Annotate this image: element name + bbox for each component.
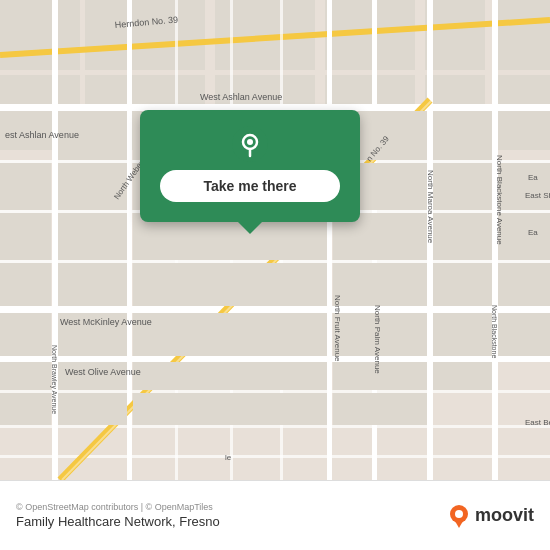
location-tooltip: Take me there [140, 110, 360, 222]
svg-rect-1 [0, 0, 80, 70]
svg-text:East Bel: East Bel [525, 418, 550, 427]
svg-rect-64 [133, 362, 327, 390]
svg-point-94 [455, 510, 463, 518]
svg-rect-56 [0, 313, 51, 356]
moovit-logo: moovit [447, 504, 534, 528]
svg-rect-16 [0, 356, 550, 362]
svg-text:North Palm Avenue: North Palm Avenue [373, 305, 382, 374]
map-attribution: © OpenStreetMap contributors | © OpenMap… [16, 502, 437, 512]
moovit-pin-icon [447, 504, 471, 528]
svg-rect-50 [0, 263, 51, 306]
svg-rect-42 [433, 163, 492, 210]
svg-rect-21 [0, 425, 550, 428]
svg-rect-68 [58, 393, 127, 425]
svg-rect-55 [498, 263, 550, 306]
bottom-bar: © OpenStreetMap contributors | © OpenMap… [0, 480, 550, 550]
svg-text:West McKinley Avenue: West McKinley Avenue [60, 317, 152, 327]
location-title: Family Healthcare Network, Fresno [16, 514, 437, 529]
svg-rect-6 [495, 0, 550, 70]
svg-text:North Blackstone: North Blackstone [491, 305, 498, 358]
svg-rect-20 [0, 390, 550, 393]
svg-rect-37 [433, 111, 492, 160]
take-me-there-button[interactable]: Take me there [160, 170, 340, 202]
svg-rect-60 [433, 313, 492, 356]
moovit-label: moovit [475, 505, 534, 526]
svg-rect-69 [133, 393, 327, 425]
svg-rect-61 [498, 313, 550, 356]
svg-text:Ea: Ea [528, 228, 538, 237]
svg-text:est Ashlan Avenue: est Ashlan Avenue [5, 130, 79, 140]
svg-rect-70 [333, 393, 427, 425]
svg-rect-52 [133, 263, 327, 306]
svg-text:North Brawley Avenue: North Brawley Avenue [50, 345, 58, 414]
svg-rect-62 [0, 362, 51, 390]
svg-rect-25 [327, 0, 332, 480]
svg-rect-15 [0, 306, 550, 313]
svg-rect-67 [0, 393, 51, 425]
svg-text:East Sh: East Sh [525, 191, 550, 200]
svg-rect-48 [433, 213, 492, 260]
svg-rect-12 [495, 75, 550, 150]
svg-text:West Ashlan Avenue: West Ashlan Avenue [200, 92, 282, 102]
svg-text:North Maroa Avenue: North Maroa Avenue [426, 170, 435, 244]
svg-text:North Blackstone Avenue: North Blackstone Avenue [495, 155, 504, 245]
svg-rect-5 [425, 0, 485, 70]
location-pin-icon [232, 126, 268, 162]
svg-rect-44 [0, 213, 51, 260]
svg-rect-38 [0, 163, 51, 210]
svg-text:Ea: Ea [528, 173, 538, 182]
svg-marker-95 [455, 521, 463, 528]
map-container: Herndon No. 39 West Ashlan Avenue est As… [0, 0, 550, 480]
svg-rect-45 [58, 213, 127, 260]
svg-rect-53 [333, 263, 427, 306]
svg-point-91 [247, 139, 253, 145]
svg-rect-2 [85, 0, 205, 70]
svg-text:North Fruit Avenue: North Fruit Avenue [333, 295, 342, 362]
svg-rect-49 [498, 213, 550, 260]
svg-text:West Olive Avenue: West Olive Avenue [65, 367, 141, 377]
svg-rect-66 [433, 362, 492, 390]
svg-rect-43 [498, 163, 550, 210]
svg-rect-51 [58, 263, 127, 306]
svg-rect-54 [433, 263, 492, 306]
svg-rect-58 [133, 313, 327, 356]
svg-text:le: le [225, 453, 232, 462]
svg-rect-39 [58, 163, 127, 210]
